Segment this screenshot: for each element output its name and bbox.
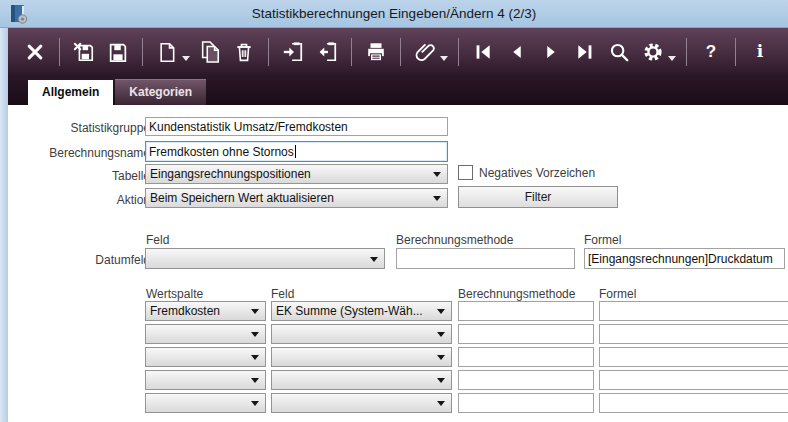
- datumfeld-feld-dropdown[interactable]: [145, 248, 385, 269]
- wertspalte-dropdown-row1[interactable]: Fremdkosten: [145, 301, 266, 321]
- save-and-close-icon[interactable]: [71, 36, 97, 68]
- dropdown-arrow-icon: [251, 401, 259, 406]
- formel-input-row5[interactable]: [599, 393, 788, 413]
- formel-input-row4[interactable]: [599, 370, 788, 390]
- print-icon[interactable]: [363, 36, 389, 68]
- datumfeld-formel-input[interactable]: [Eingangsrechnungen]Druckdatum: [584, 248, 785, 269]
- dropdown-arrow-icon: [433, 196, 441, 201]
- dropdown-arrow-icon: [437, 309, 445, 314]
- feld-dropdown-row4[interactable]: [271, 370, 452, 390]
- settings-dropdown-caret-icon[interactable]: [668, 56, 676, 61]
- copy-record-icon[interactable]: [197, 36, 223, 68]
- new-record-icon[interactable]: [154, 36, 180, 68]
- formel-input-row1[interactable]: [599, 301, 788, 321]
- negatives-vorzeichen-label: Negatives Vorzeichen: [479, 166, 595, 180]
- datumfeld-formel-value: [Eingangsrechnungen]Druckdatum: [588, 252, 773, 266]
- berechnungsmethode-input-row3[interactable]: [458, 347, 594, 367]
- toolbar-separator: [142, 38, 143, 66]
- datumfeld-berechnungsmethode-header: Berechnungsmethode: [396, 233, 513, 247]
- datumfeld-formel-header: Formel: [584, 233, 621, 247]
- wertspalte-header: Wertspalte: [146, 287, 203, 301]
- dropdown-arrow-icon: [437, 332, 445, 337]
- toolbar-separator: [59, 38, 60, 66]
- first-record-icon[interactable]: [470, 36, 496, 68]
- tab-kategorien[interactable]: Kategorien: [115, 79, 206, 105]
- aktion-value: Beim Speichern Wert aktualisieren: [150, 191, 334, 205]
- wertspalte-dropdown-row5[interactable]: [145, 393, 266, 413]
- feld-value: EK Summe (System-Wäh...: [276, 304, 423, 318]
- wertspalte-dropdown-row3[interactable]: [145, 347, 266, 367]
- aktion-label: Aktion: [30, 193, 150, 207]
- filter-button-label: Filter: [525, 190, 552, 204]
- berechnungsmethode-header: Berechnungsmethode: [458, 287, 575, 301]
- toolbar-separator: [400, 38, 401, 66]
- paste-back-icon[interactable]: [314, 36, 340, 68]
- feld-dropdown-row1[interactable]: EK Summe (System-Wäh...: [271, 301, 452, 321]
- delete-record-icon[interactable]: [231, 36, 257, 68]
- last-record-icon[interactable]: [572, 36, 598, 68]
- help-icon[interactable]: ?: [698, 36, 724, 68]
- feld-dropdown-row5[interactable]: [271, 393, 452, 413]
- formel-input-row2[interactable]: [599, 324, 788, 344]
- negatives-vorzeichen-checkbox[interactable]: [458, 165, 473, 180]
- berechnungsmethode-input-row2[interactable]: [458, 324, 594, 344]
- toolbar-separator: [458, 38, 459, 66]
- formel-input-row3[interactable]: [599, 347, 788, 367]
- new-record-dropdown-caret-icon[interactable]: [182, 56, 190, 61]
- dropdown-arrow-icon: [437, 401, 445, 406]
- feld-dropdown-row3[interactable]: [271, 347, 452, 367]
- toolbar-separator: [351, 38, 352, 66]
- info-glyph: i: [757, 43, 763, 60]
- dropdown-arrow-icon: [433, 172, 441, 177]
- tab-strip: Allgemein Kategorien: [8, 75, 788, 105]
- toolbar-separator: [686, 38, 687, 66]
- next-record-icon[interactable]: [538, 36, 564, 68]
- dropdown-arrow-icon: [437, 378, 445, 383]
- settings-gear-icon[interactable]: [640, 36, 666, 68]
- berechnungsmethode-input-row1[interactable]: [458, 301, 594, 321]
- search-icon[interactable]: [606, 36, 632, 68]
- wertspalte-dropdown-row4[interactable]: [145, 370, 266, 390]
- form-content: Statistikgruppe Kundenstatistik Umsatz/F…: [8, 105, 788, 422]
- wertspalte-value: Fremdkosten: [150, 304, 220, 318]
- dropdown-arrow-icon: [437, 355, 445, 360]
- datumfeld-feld-header: Feld: [146, 233, 169, 247]
- dropdown-arrow-icon: [251, 332, 259, 337]
- toolbar: ? i: [8, 28, 788, 75]
- attachments-icon[interactable]: [412, 36, 438, 68]
- feld-dropdown-row2[interactable]: [271, 324, 452, 344]
- app-window: Statistikberechnungen Eingeben/Ändern 4 …: [0, 0, 788, 422]
- formel-header: Formel: [599, 287, 636, 301]
- help-glyph: ?: [706, 43, 716, 60]
- wertspalte-dropdown-row2[interactable]: [145, 324, 266, 344]
- dropdown-arrow-icon: [251, 355, 259, 360]
- dropdown-arrow-icon: [370, 257, 378, 262]
- berechnungsname-value: Fremdkosten ohne Stornos: [149, 145, 294, 159]
- datumfeld-label: Datumfeld: [30, 253, 150, 267]
- statistikgruppe-value: Kundenstatistik Umsatz/Fremdkosten: [149, 120, 348, 134]
- tabelle-dropdown[interactable]: Eingangsrechnungspositionen: [145, 164, 448, 184]
- dropdown-arrow-icon: [251, 309, 259, 314]
- tabelle-label: Tabelle: [30, 169, 150, 183]
- dropdown-arrow-icon: [251, 378, 259, 383]
- paste-forward-icon[interactable]: [280, 36, 306, 68]
- tab-allgemein[interactable]: Allgemein: [28, 80, 113, 105]
- toolbar-separator: [268, 38, 269, 66]
- title-bar[interactable]: Statistikberechnungen Eingeben/Ändern 4 …: [0, 0, 788, 28]
- close-icon[interactable]: [22, 36, 48, 68]
- berechnungsname-input[interactable]: Fremdkosten ohne Stornos: [145, 141, 448, 162]
- statistikgruppe-input[interactable]: Kundenstatistik Umsatz/Fremdkosten: [145, 117, 448, 136]
- toolbar-separator: [735, 38, 736, 66]
- previous-record-icon[interactable]: [504, 36, 530, 68]
- attachments-dropdown-caret-icon[interactable]: [440, 56, 448, 61]
- aktion-dropdown[interactable]: Beim Speichern Wert aktualisieren: [145, 188, 448, 208]
- window-left-border: [0, 28, 8, 422]
- statistikgruppe-label: Statistikgruppe: [30, 121, 150, 135]
- berechnungsname-label: Berechnungsname: [30, 146, 150, 160]
- datumfeld-berechnungsmethode-input[interactable]: [396, 248, 575, 269]
- info-icon[interactable]: i: [747, 36, 773, 68]
- save-icon[interactable]: [105, 36, 131, 68]
- berechnungsmethode-input-row4[interactable]: [458, 370, 594, 390]
- filter-button[interactable]: Filter: [458, 186, 618, 208]
- berechnungsmethode-input-row5[interactable]: [458, 393, 594, 413]
